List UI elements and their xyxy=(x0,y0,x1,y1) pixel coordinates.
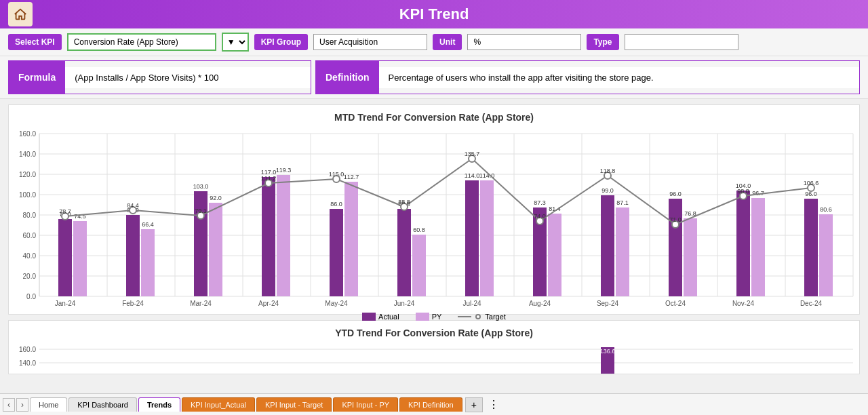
svg-text:40.0: 40.0 xyxy=(23,252,37,260)
definition-section: Definition Percentage of users who insta… xyxy=(315,60,860,94)
tab-kpi-input-py-label: KPI Input - PY xyxy=(342,401,389,409)
svg-text:Jun-24: Jun-24 xyxy=(394,300,415,307)
tab-trends-label: Trends xyxy=(147,401,172,409)
svg-rect-35 xyxy=(126,215,140,296)
svg-text:Jul-24: Jul-24 xyxy=(462,300,481,307)
svg-text:136.6: 136.6 xyxy=(600,348,616,355)
svg-text:140.0: 140.0 xyxy=(19,359,36,367)
svg-text:99.0: 99.0 xyxy=(601,187,614,194)
svg-rect-32 xyxy=(73,221,87,296)
svg-text:May-24: May-24 xyxy=(325,300,348,307)
svg-text:87.1: 87.1 xyxy=(616,199,629,206)
svg-text:86.0: 86.0 xyxy=(330,201,342,208)
svg-rect-76 xyxy=(819,214,833,296)
svg-rect-43 xyxy=(262,177,275,296)
home-icon[interactable] xyxy=(8,2,33,26)
svg-text:78.7: 78.7 xyxy=(59,208,71,215)
select-kpi-dropdown[interactable]: ▼ xyxy=(222,33,249,52)
svg-rect-63 xyxy=(601,195,614,296)
select-kpi-label: Select KPI xyxy=(8,34,62,50)
svg-text:160.0: 160.0 xyxy=(19,346,36,353)
svg-text:114.0: 114.0 xyxy=(465,172,480,179)
svg-text:20.0: 20.0 xyxy=(23,273,37,280)
tab-home[interactable]: Home xyxy=(30,397,67,412)
definition-label: Definition xyxy=(316,61,379,94)
controls-bar: Select KPI ▼ KPI Group Unit Type xyxy=(0,28,868,56)
svg-text:106.6: 106.6 xyxy=(804,180,819,186)
legend-target-label: Target xyxy=(485,313,506,321)
svg-text:118.8: 118.8 xyxy=(600,167,616,174)
svg-text:60.8: 60.8 xyxy=(413,226,425,233)
svg-text:80.0: 80.0 xyxy=(23,212,37,219)
tab-kpi-input-actual[interactable]: KPI Input_Actual xyxy=(182,397,255,412)
kpi-group-input[interactable] xyxy=(313,34,427,50)
tab-kpi-input-target-label: KPI Input - Target xyxy=(265,401,323,409)
svg-rect-52 xyxy=(412,235,426,296)
svg-rect-47 xyxy=(330,209,343,296)
select-kpi-input[interactable] xyxy=(67,33,216,51)
svg-text:Oct-24: Oct-24 xyxy=(665,300,686,307)
svg-rect-75 xyxy=(804,199,818,296)
svg-text:120.0: 120.0 xyxy=(19,171,36,178)
tab-kpi-dashboard[interactable]: KPI Dashboard xyxy=(68,397,137,412)
tab-trends[interactable]: Trends xyxy=(138,397,180,412)
svg-rect-44 xyxy=(277,175,290,296)
tab-more-button[interactable]: ⋮ xyxy=(484,397,503,412)
svg-rect-51 xyxy=(397,209,411,296)
svg-text:103.0: 103.0 xyxy=(193,183,209,190)
ytd-chart-svg: 160.0 140.0 136.6 xyxy=(16,344,856,374)
tab-kpi-dashboard-label: KPI Dashboard xyxy=(77,401,128,409)
svg-text:Aug-24: Aug-24 xyxy=(529,300,551,307)
svg-rect-55 xyxy=(465,180,479,296)
svg-text:88.8: 88.8 xyxy=(398,199,410,205)
svg-rect-72 xyxy=(751,198,765,296)
tab-next-button[interactable]: › xyxy=(16,398,28,412)
tab-kpi-input-target[interactable]: KPI Input - Target xyxy=(256,397,332,412)
svg-text:60.0: 60.0 xyxy=(23,232,37,239)
svg-text:80.6: 80.6 xyxy=(820,206,832,213)
svg-text:92.0: 92.0 xyxy=(210,195,222,201)
svg-text:140.0: 140.0 xyxy=(19,151,36,158)
type-label: Type xyxy=(587,34,618,50)
svg-text:100.0: 100.0 xyxy=(19,191,36,199)
svg-rect-68 xyxy=(684,218,697,296)
definition-value: Percentage of users who install the app … xyxy=(379,67,859,88)
tab-home-label: Home xyxy=(39,401,58,409)
svg-text:Nov-24: Nov-24 xyxy=(732,300,755,307)
svg-text:71.0: 71.0 xyxy=(669,216,682,223)
svg-rect-67 xyxy=(669,199,682,296)
svg-text:96.0: 96.0 xyxy=(669,191,682,197)
formula-definition-bar: Formula (App Installs / App Store Visits… xyxy=(0,56,868,99)
svg-text:Mar-24: Mar-24 xyxy=(190,300,212,307)
svg-text:Apr-24: Apr-24 xyxy=(258,300,279,307)
mtd-chart-svg: 160.0 140.0 120.0 100.0 80.0 60.0 40.0 2… xyxy=(16,128,856,308)
ytd-chart-container: YTD Trend For Conversion Rate (App Store… xyxy=(8,320,860,374)
svg-text:74.0: 74.0 xyxy=(534,213,546,220)
tab-add-button[interactable]: + xyxy=(465,397,483,412)
svg-text:Sep-24: Sep-24 xyxy=(597,300,619,307)
svg-text:111.2: 111.2 xyxy=(261,175,277,182)
svg-text:119.3: 119.3 xyxy=(276,167,292,174)
legend-py-label: PY xyxy=(432,313,442,321)
svg-rect-31 xyxy=(58,219,72,296)
unit-input[interactable] xyxy=(467,34,581,50)
svg-text:98.8: 98.8 xyxy=(737,188,749,195)
svg-rect-56 xyxy=(480,180,494,296)
formula-section: Formula (App Installs / App Store Visits… xyxy=(8,60,311,94)
svg-rect-36 xyxy=(141,229,155,296)
legend-py: PY xyxy=(416,313,442,321)
type-input[interactable] xyxy=(625,34,738,50)
svg-rect-71 xyxy=(736,191,750,296)
tab-prev-button[interactable]: ‹ xyxy=(3,398,15,412)
legend-target: Target xyxy=(458,313,506,321)
legend-actual-label: Actual xyxy=(378,313,399,321)
svg-text:84.4: 84.4 xyxy=(127,202,139,209)
page-title: KPI Trend xyxy=(399,5,469,23)
tab-kpi-definition-label: KPI Definition xyxy=(408,401,454,409)
svg-text:Dec-24: Dec-24 xyxy=(800,300,823,307)
svg-text:0.0: 0.0 xyxy=(26,293,36,300)
tab-kpi-definition[interactable]: KPI Definition xyxy=(399,397,462,412)
tab-kpi-input-py[interactable]: KPI Input - PY xyxy=(333,397,398,412)
svg-text:135.7: 135.7 xyxy=(465,151,480,157)
bottom-tabs-bar: ‹ › Home KPI Dashboard Trends KPI Input_… xyxy=(0,393,868,415)
